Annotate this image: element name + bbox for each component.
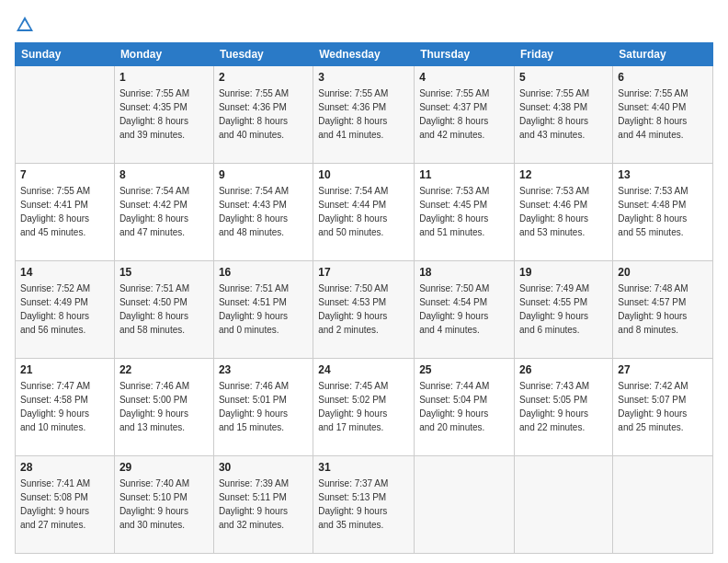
- day-number: 16: [219, 265, 308, 281]
- day-number: 22: [119, 362, 209, 378]
- day-info: Sunrise: 7:55 AMSunset: 4:37 PMDaylight:…: [419, 86, 509, 142]
- day-number: 11: [419, 167, 509, 183]
- calendar-cell: 2Sunrise: 7:55 AMSunset: 4:36 PMDaylight…: [213, 66, 313, 164]
- day-number: 8: [119, 167, 209, 183]
- calendar-cell: 10Sunrise: 7:54 AMSunset: 4:44 PMDayligh…: [313, 164, 415, 261]
- day-info: Sunrise: 7:43 AMSunset: 5:05 PMDaylight:…: [519, 379, 608, 434]
- day-number: 10: [318, 167, 409, 183]
- day-number: 5: [519, 70, 608, 86]
- calendar-cell: 27Sunrise: 7:42 AMSunset: 5:07 PMDayligh…: [613, 359, 713, 456]
- day-info: Sunrise: 7:51 AMSunset: 4:51 PMDaylight:…: [219, 282, 308, 337]
- calendar-cell: 11Sunrise: 7:53 AMSunset: 4:45 PMDayligh…: [415, 164, 515, 261]
- day-number: 26: [519, 362, 608, 378]
- day-number: 13: [618, 167, 708, 183]
- day-number: 17: [318, 265, 409, 281]
- day-info: Sunrise: 7:55 AMSunset: 4:36 PMDaylight:…: [219, 86, 308, 142]
- day-info: Sunrise: 7:53 AMSunset: 4:45 PMDaylight:…: [419, 184, 509, 239]
- day-info: Sunrise: 7:47 AMSunset: 4:58 PMDaylight:…: [20, 379, 109, 434]
- day-number: 12: [519, 167, 608, 183]
- day-number: 20: [618, 265, 708, 281]
- day-info: Sunrise: 7:51 AMSunset: 4:50 PMDaylight:…: [119, 282, 209, 337]
- calendar-cell: [415, 456, 515, 554]
- calendar-cell: 9Sunrise: 7:54 AMSunset: 4:43 PMDaylight…: [213, 164, 313, 261]
- calendar-page: SundayMondayTuesdayWednesdayThursdayFrid…: [0, 0, 728, 563]
- week-row-2: 7Sunrise: 7:55 AMSunset: 4:41 PMDaylight…: [16, 164, 713, 261]
- day-number: 23: [219, 362, 308, 378]
- day-info: Sunrise: 7:50 AMSunset: 4:54 PMDaylight:…: [419, 282, 509, 337]
- day-number: 4: [419, 70, 509, 86]
- week-row-4: 21Sunrise: 7:47 AMSunset: 4:58 PMDayligh…: [16, 359, 713, 456]
- day-info: Sunrise: 7:54 AMSunset: 4:44 PMDaylight:…: [318, 184, 409, 239]
- calendar-cell: 13Sunrise: 7:53 AMSunset: 4:48 PMDayligh…: [613, 164, 713, 261]
- day-info: Sunrise: 7:55 AMSunset: 4:35 PMDaylight:…: [119, 86, 209, 142]
- day-number: 3: [318, 70, 409, 86]
- day-number: 25: [419, 362, 509, 378]
- calendar-cell: 6Sunrise: 7:55 AMSunset: 4:40 PMDaylight…: [613, 66, 713, 164]
- day-info: Sunrise: 7:48 AMSunset: 4:57 PMDaylight:…: [618, 282, 708, 337]
- weekday-header-friday: Friday: [515, 43, 613, 66]
- calendar-cell: 26Sunrise: 7:43 AMSunset: 5:05 PMDayligh…: [515, 359, 613, 456]
- day-number: 14: [20, 265, 109, 281]
- day-info: Sunrise: 7:53 AMSunset: 4:46 PMDaylight:…: [519, 184, 608, 239]
- day-info: Sunrise: 7:54 AMSunset: 4:43 PMDaylight:…: [219, 184, 308, 239]
- day-number: 2: [219, 70, 308, 86]
- calendar-cell: 21Sunrise: 7:47 AMSunset: 4:58 PMDayligh…: [16, 359, 115, 456]
- day-info: Sunrise: 7:45 AMSunset: 5:02 PMDaylight:…: [318, 379, 409, 434]
- day-info: Sunrise: 7:41 AMSunset: 5:08 PMDaylight:…: [20, 477, 109, 532]
- calendar-cell: 25Sunrise: 7:44 AMSunset: 5:04 PMDayligh…: [415, 359, 515, 456]
- day-info: Sunrise: 7:46 AMSunset: 5:00 PMDaylight:…: [119, 379, 209, 434]
- day-info: Sunrise: 7:55 AMSunset: 4:41 PMDaylight:…: [20, 184, 109, 239]
- day-number: 9: [219, 167, 308, 183]
- day-number: 19: [519, 265, 608, 281]
- calendar-cell: 18Sunrise: 7:50 AMSunset: 4:54 PMDayligh…: [415, 261, 515, 359]
- calendar-cell: 14Sunrise: 7:52 AMSunset: 4:49 PMDayligh…: [16, 261, 115, 359]
- day-number: 21: [20, 362, 109, 378]
- weekday-header-thursday: Thursday: [415, 43, 515, 66]
- day-number: 27: [618, 362, 708, 378]
- day-number: 1: [119, 70, 209, 86]
- calendar-table: SundayMondayTuesdayWednesdayThursdayFrid…: [15, 42, 713, 554]
- weekday-header-sunday: Sunday: [16, 43, 115, 66]
- day-number: 28: [20, 460, 109, 476]
- day-info: Sunrise: 7:44 AMSunset: 5:04 PMDaylight:…: [419, 379, 509, 434]
- logo: [15, 15, 39, 35]
- day-number: 24: [318, 362, 409, 378]
- calendar-cell: 29Sunrise: 7:40 AMSunset: 5:10 PMDayligh…: [114, 456, 213, 554]
- day-info: Sunrise: 7:55 AMSunset: 4:36 PMDaylight:…: [318, 86, 409, 142]
- weekday-header-wednesday: Wednesday: [313, 43, 415, 66]
- day-info: Sunrise: 7:37 AMSunset: 5:13 PMDaylight:…: [318, 477, 409, 532]
- calendar-cell: 4Sunrise: 7:55 AMSunset: 4:37 PMDaylight…: [415, 66, 515, 164]
- calendar-cell: 7Sunrise: 7:55 AMSunset: 4:41 PMDaylight…: [16, 164, 115, 261]
- day-info: Sunrise: 7:54 AMSunset: 4:42 PMDaylight:…: [119, 184, 209, 239]
- day-number: 18: [419, 265, 509, 281]
- day-info: Sunrise: 7:40 AMSunset: 5:10 PMDaylight:…: [119, 477, 209, 532]
- calendar-cell: [515, 456, 613, 554]
- calendar-header: SundayMondayTuesdayWednesdayThursdayFrid…: [16, 43, 713, 66]
- week-row-5: 28Sunrise: 7:41 AMSunset: 5:08 PMDayligh…: [16, 456, 713, 554]
- calendar-cell: [613, 456, 713, 554]
- day-info: Sunrise: 7:42 AMSunset: 5:07 PMDaylight:…: [618, 379, 708, 434]
- calendar-cell: 23Sunrise: 7:46 AMSunset: 5:01 PMDayligh…: [213, 359, 313, 456]
- calendar-cell: 30Sunrise: 7:39 AMSunset: 5:11 PMDayligh…: [213, 456, 313, 554]
- calendar-cell: 31Sunrise: 7:37 AMSunset: 5:13 PMDayligh…: [313, 456, 415, 554]
- weekday-row: SundayMondayTuesdayWednesdayThursdayFrid…: [16, 43, 713, 66]
- day-info: Sunrise: 7:52 AMSunset: 4:49 PMDaylight:…: [20, 282, 109, 337]
- day-number: 15: [119, 265, 209, 281]
- calendar-cell: [16, 66, 115, 164]
- day-number: 30: [219, 460, 308, 476]
- day-info: Sunrise: 7:49 AMSunset: 4:55 PMDaylight:…: [519, 282, 608, 337]
- day-number: 6: [618, 70, 708, 86]
- day-info: Sunrise: 7:39 AMSunset: 5:11 PMDaylight:…: [219, 477, 308, 532]
- calendar-cell: 3Sunrise: 7:55 AMSunset: 4:36 PMDaylight…: [313, 66, 415, 164]
- calendar-cell: 28Sunrise: 7:41 AMSunset: 5:08 PMDayligh…: [16, 456, 115, 554]
- calendar-cell: 8Sunrise: 7:54 AMSunset: 4:42 PMDaylight…: [114, 164, 213, 261]
- calendar-body: 1Sunrise: 7:55 AMSunset: 4:35 PMDaylight…: [16, 66, 713, 554]
- calendar-cell: 20Sunrise: 7:48 AMSunset: 4:57 PMDayligh…: [613, 261, 713, 359]
- calendar-cell: 12Sunrise: 7:53 AMSunset: 4:46 PMDayligh…: [515, 164, 613, 261]
- weekday-header-monday: Monday: [114, 43, 213, 66]
- calendar-cell: 16Sunrise: 7:51 AMSunset: 4:51 PMDayligh…: [213, 261, 313, 359]
- day-number: 7: [20, 167, 109, 183]
- calendar-cell: 22Sunrise: 7:46 AMSunset: 5:00 PMDayligh…: [114, 359, 213, 456]
- day-info: Sunrise: 7:50 AMSunset: 4:53 PMDaylight:…: [318, 282, 409, 337]
- week-row-1: 1Sunrise: 7:55 AMSunset: 4:35 PMDaylight…: [16, 66, 713, 164]
